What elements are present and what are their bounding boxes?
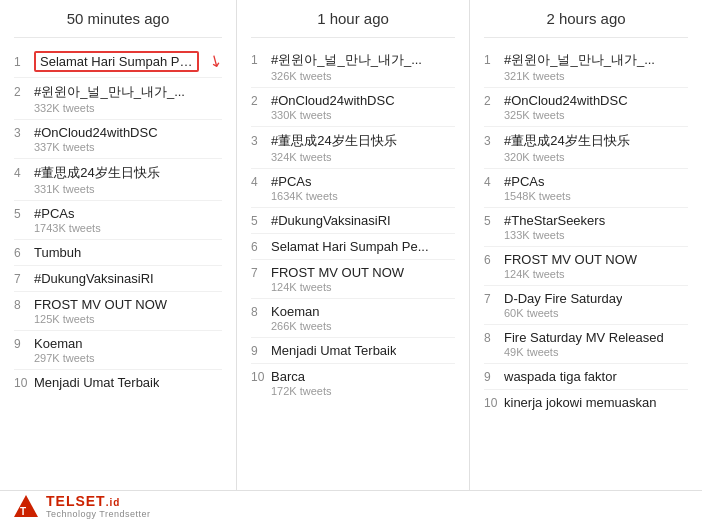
trend-row: 6Selamat Hari Sumpah Pe... [251,239,455,254]
trend-row: 1#윈윈아_널_만나_내가_... [484,51,688,69]
trend-item[interactable]: 1Selamat Hari Sumpah Pe...↘ [14,46,222,78]
trend-item[interactable]: 6FROST MV OUT NOW124K tweets [484,247,688,286]
trend-name[interactable]: Barca [271,369,305,384]
column-header: 2 hours ago [484,10,688,38]
trend-name[interactable]: waspada tiga faktor [504,369,617,384]
trend-name[interactable]: #OnCloud24withDSC [504,93,628,108]
trend-name[interactable]: #董思成24岁生日快乐 [271,132,397,150]
trend-item[interactable]: 2#OnCloud24withDSC325K tweets [484,88,688,127]
trend-item[interactable]: 5#TheStarSeekers133K tweets [484,208,688,247]
trend-name[interactable]: #DukungVaksinasiRI [34,271,154,286]
trend-name[interactable]: #윈윈아_널_만나_내가_... [271,51,422,69]
trend-rank: 7 [484,292,498,306]
trend-item[interactable]: 3#OnCloud24withDSC337K tweets [14,120,222,159]
trend-tweets: 1743K tweets [34,222,222,234]
trend-name[interactable]: FROST MV OUT NOW [504,252,637,267]
trend-name[interactable]: #PCAs [271,174,311,189]
trend-row: 3#董思成24岁生日快乐 [251,132,455,150]
trend-tweets: 321K tweets [504,70,688,82]
trend-name[interactable]: #DukungVaksinasiRI [271,213,391,228]
trend-item[interactable]: 8FROST MV OUT NOW125K tweets [14,292,222,331]
trend-name[interactable]: kinerja jokowi memuaskan [504,395,656,410]
trend-item[interactable]: 1#윈윈아_널_만나_내가_...321K tweets [484,46,688,88]
trend-rank: 5 [14,207,28,221]
trend-tweets: 326K tweets [271,70,455,82]
trend-rank: 9 [251,344,265,358]
trend-name[interactable]: #董思成24岁生日快乐 [504,132,630,150]
trend-item[interactable]: 9Menjadi Umat Terbaik [251,338,455,364]
trend-row: 3#OnCloud24withDSC [14,125,222,140]
trend-row: 10Menjadi Umat Terbaik [14,375,222,390]
trend-tweets: 332K tweets [34,102,222,114]
trend-name[interactable]: #PCAs [504,174,544,189]
trend-item[interactable]: 8Koeman266K tweets [251,299,455,338]
trend-name[interactable]: #PCAs [34,206,74,221]
trend-item[interactable]: 4#PCAs1634K tweets [251,169,455,208]
trend-row: 2#OnCloud24withDSC [251,93,455,108]
trend-rank: 8 [251,305,265,319]
trend-item[interactable]: 7D-Day Fire Saturday60K tweets [484,286,688,325]
trend-row: 5#TheStarSeekers [484,213,688,228]
trend-name[interactable]: Menjadi Umat Terbaik [271,343,396,358]
trend-name[interactable]: #OnCloud24withDSC [34,125,158,140]
trend-item[interactable]: 10Barca172K tweets [251,364,455,402]
trend-item[interactable]: 2#윈윈아_널_만나_내가_...332K tweets [14,78,222,120]
trend-item[interactable]: 3#董思成24岁生日快乐324K tweets [251,127,455,169]
trend-item[interactable]: 4#PCAs1548K tweets [484,169,688,208]
trend-tweets: 124K tweets [271,281,455,293]
trend-name[interactable]: Menjadi Umat Terbaik [34,375,159,390]
trend-row: 9Menjadi Umat Terbaik [251,343,455,358]
trend-rank: 10 [484,396,498,410]
trend-rank: 8 [484,331,498,345]
trend-name[interactable]: #윈윈아_널_만나_내가_... [34,83,185,101]
trend-item[interactable]: 8Fire Saturday MV Released49K tweets [484,325,688,364]
trend-name[interactable]: #董思成24岁生日快乐 [34,164,160,182]
trend-row: 9Koeman [14,336,222,351]
trend-name[interactable]: Fire Saturday MV Released [504,330,664,345]
trend-name[interactable]: #TheStarSeekers [504,213,605,228]
trend-rank: 5 [484,214,498,228]
trend-row: 6Tumbuh [14,245,222,260]
trend-rank: 3 [14,126,28,140]
trend-name[interactable]: #OnCloud24withDSC [271,93,395,108]
trend-item[interactable]: 10Menjadi Umat Terbaik [14,370,222,395]
trend-item[interactable]: 7#DukungVaksinasiRI [14,266,222,292]
trend-tweets: 124K tweets [504,268,688,280]
trend-item[interactable]: 2#OnCloud24withDSC330K tweets [251,88,455,127]
trend-name[interactable]: Tumbuh [34,245,81,260]
trend-row: 7#DukungVaksinasiRI [14,271,222,286]
trend-item[interactable]: 1#윈윈아_널_만나_내가_...326K tweets [251,46,455,88]
trend-name[interactable]: #윈윈아_널_만나_내가_... [504,51,655,69]
footer: T TELSET.id Technology Trendsetter [0,490,702,523]
trend-name[interactable]: Selamat Hari Sumpah Pe... [34,51,199,72]
trend-item[interactable]: 5#DukungVaksinasiRI [251,208,455,234]
trend-rank: 6 [14,246,28,260]
trend-item[interactable]: 5#PCAs1743K tweets [14,201,222,240]
trend-name[interactable]: Koeman [271,304,319,319]
logo: T TELSET.id Technology Trendsetter [12,493,151,521]
trend-item[interactable]: 6Selamat Hari Sumpah Pe... [251,234,455,260]
trend-item[interactable]: 9Koeman297K tweets [14,331,222,370]
trend-rank: 1 [484,53,498,67]
trend-rank: 4 [14,166,28,180]
trend-row: 1#윈윈아_널_만나_내가_... [251,51,455,69]
trend-item[interactable]: 10kinerja jokowi memuaskan [484,390,688,415]
trend-item[interactable]: 7FROST MV OUT NOW124K tweets [251,260,455,299]
trend-name[interactable]: Koeman [34,336,82,351]
logo-title: TELSET.id [46,494,151,509]
trend-row: 6FROST MV OUT NOW [484,252,688,267]
trend-name[interactable]: D-Day Fire Saturday [504,291,622,306]
trend-rank: 6 [251,240,265,254]
trend-name[interactable]: FROST MV OUT NOW [34,297,167,312]
telset-logo-icon: T [12,493,40,521]
trend-item[interactable]: 9waspada tiga faktor [484,364,688,390]
trend-item[interactable]: 3#董思成24岁生日快乐320K tweets [484,127,688,169]
logo-text: TELSET.id Technology Trendsetter [46,494,151,519]
trend-row: 4#PCAs [484,174,688,189]
trend-item[interactable]: 4#董思成24岁生日快乐331K tweets [14,159,222,201]
trend-row: 10kinerja jokowi memuaskan [484,395,688,410]
trend-item[interactable]: 6Tumbuh [14,240,222,266]
trend-name[interactable]: FROST MV OUT NOW [271,265,404,280]
trend-row: 3#董思成24岁生日快乐 [484,132,688,150]
trend-name[interactable]: Selamat Hari Sumpah Pe... [271,239,429,254]
